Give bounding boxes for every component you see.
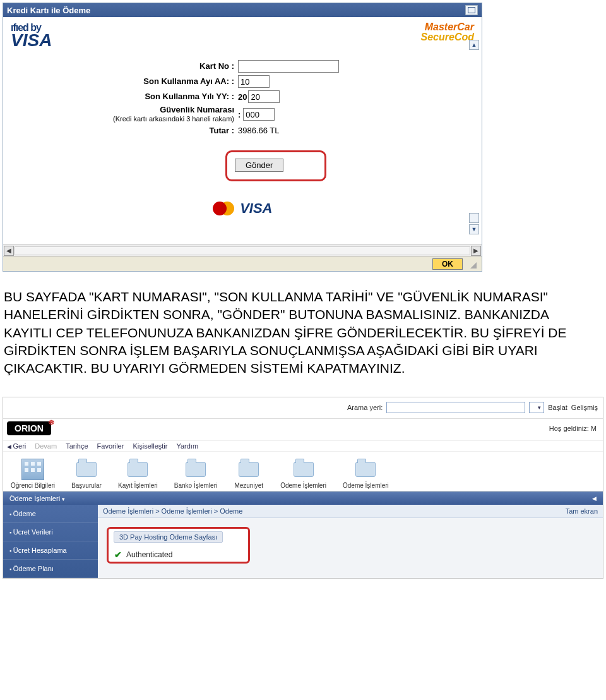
module-label: Kayıt İşlemleri [118, 482, 158, 489]
amount-label: Tutar : [11, 126, 238, 135]
card-brand-logos: VISA [11, 200, 474, 217]
sidebar: Ödeme Ücret Verileri Ücret Hesaplama Öde… [3, 505, 98, 578]
amount-value: 3986.66 TL [238, 126, 280, 135]
submit-button[interactable]: Gönder [235, 159, 283, 172]
content-row: Ödeme Ücret Verileri Ücret Hesaplama Öde… [3, 505, 603, 578]
module-payment-2[interactable]: Ödeme İşlemleri [343, 457, 389, 489]
msc-line1: MasterCar [421, 22, 474, 32]
check-icon: ✔ [114, 550, 122, 559]
exp-year-prefix: 20 [238, 92, 247, 102]
module-label: Başvurular [71, 482, 102, 489]
search-label: Arama yeri: [347, 404, 383, 411]
verified-by-visa-logo: ıfıed by VISA [11, 22, 52, 47]
nav-forward: Devam [35, 442, 57, 450]
start-link[interactable]: Başlat [548, 404, 567, 411]
vbv-line2: VISA [11, 33, 52, 47]
module-toolbar: Öğrenci Bilgileri Başvurular Kayıt İşlem… [3, 451, 603, 492]
resize-grip-icon[interactable] [468, 260, 477, 269]
main-panel: Ödeme İşlemleri > Ödeme İşlemleri > Ödem… [98, 505, 603, 578]
nav-help[interactable]: Yardım [176, 442, 198, 450]
payment-body: ıfıed by VISA MasterCar SecureCod ▲ Kart… [3, 17, 482, 244]
nav-favorites[interactable]: Favoriler [97, 442, 124, 450]
cvv-colon: : [238, 110, 243, 119]
tab-3d-pay[interactable]: 3D Pay Hosting Ödeme Sayfası [114, 531, 223, 543]
side-controls: ▲ [469, 40, 479, 50]
cvv-label: Güvenlik Numarası (Kredi kartı arkasında… [11, 106, 238, 123]
ok-button[interactable]: OK [432, 258, 463, 270]
folder-icon [355, 462, 376, 477]
maximize-icon[interactable] [465, 5, 478, 15]
msc-line2: SecureCod [421, 32, 474, 42]
scroll-left-icon[interactable]: ◀ [4, 246, 14, 256]
welcome-text: Hoş geldiniz: M [549, 425, 597, 432]
sidebar-item-payment[interactable]: Ödeme [3, 505, 98, 523]
orion-nav-menu: Geri Devam Tarihçe Favoriler Kişiselleşt… [3, 440, 603, 451]
nav-history[interactable]: Tarihçe [66, 442, 88, 450]
module-label: Mezuniyet [234, 482, 263, 489]
cvv-label-text: Güvenlik Numarası [160, 105, 234, 114]
visa-icon: VISA [240, 200, 272, 217]
scroll-up-icon[interactable]: ▲ [469, 40, 479, 50]
cvv-input[interactable] [243, 108, 275, 121]
orion-logo: ORION [7, 421, 51, 435]
building-icon [21, 459, 44, 480]
breadcrumb-path[interactable]: Ödeme İşlemleri > Ödeme İşlemleri > Ödem… [103, 507, 242, 515]
mastercard-icon [213, 202, 234, 215]
exp-year-input[interactable] [248, 90, 280, 103]
side-box-icon[interactable] [469, 213, 479, 223]
module-label: Ödeme İşlemleri [280, 482, 326, 489]
breadcrumb: Ödeme İşlemleri > Ödeme İşlemleri > Ödem… [98, 505, 603, 518]
module-graduation[interactable]: Mezuniyet [234, 457, 264, 489]
folder-icon [128, 462, 148, 477]
module-payment-1[interactable]: Ödeme İşlemleri [280, 457, 326, 489]
horizontal-scrollbar[interactable]: ◀ ▶ [3, 244, 482, 256]
search-scope-dropdown[interactable] [529, 402, 544, 413]
fullscreen-link[interactable]: Tam ekran [566, 507, 598, 515]
submit-highlight-box: Gönder [225, 150, 326, 181]
sidebar-item-fee-calc[interactable]: Ücret Hesaplama [3, 541, 98, 560]
brand-row: ıfıed by VISA MasterCar SecureCod [11, 22, 474, 47]
nav-back[interactable]: Geri [7, 442, 26, 450]
module-applications[interactable]: Başvurular [71, 457, 102, 489]
orion-app: Arama yeri: Başlat Gelişmiş ORION Hoş ge… [3, 397, 603, 579]
status-bar: OK [3, 256, 482, 271]
exp-month-label: Son Kullanma Ayı AA: : [11, 77, 238, 86]
sidebar-item-payment-plan[interactable]: Ödeme Planı [3, 560, 98, 578]
highlight-box: 3D Pay Hosting Ödeme Sayfası ✔ Authentic… [107, 527, 250, 564]
card-number-input[interactable] [238, 60, 339, 73]
module-label: Banko İşlemleri [174, 482, 217, 489]
auth-status-row: ✔ Authenticated [114, 550, 223, 559]
window-titlebar: Kredi Kartı ile Ödeme [3, 3, 482, 17]
module-student-info[interactable]: Öğrenci Bilgileri [11, 457, 55, 489]
folder-icon [76, 462, 97, 477]
module-registration[interactable]: Kayıt İşlemleri [118, 457, 158, 489]
instruction-text: BU SAYFADA "KART NUMARASI", "SON KULLANM… [4, 288, 572, 378]
advanced-link[interactable]: Gelişmiş [571, 404, 598, 411]
nav-personalize[interactable]: Kişiselleştir [133, 442, 167, 450]
module-bank[interactable]: Banko İşlemleri [174, 457, 217, 489]
folder-icon [239, 462, 259, 477]
scroll-right-icon[interactable]: ▶ [471, 246, 481, 256]
section-title[interactable]: Ödeme İşlemleri [9, 495, 65, 502]
window-title: Kredi Kartı ile Ödeme [7, 6, 90, 15]
side-controls-2: ▼ [469, 213, 479, 234]
scroll-down-icon[interactable]: ▼ [469, 224, 479, 234]
section-header: Ödeme İşlemleri ◀ [3, 492, 603, 505]
payment-window: Kredi Kartı ile Ödeme ıfıed by VISA Mast… [3, 3, 482, 272]
module-label: Öğrenci Bilgileri [11, 482, 55, 489]
sidebar-item-fee-data[interactable]: Ücret Verileri [3, 523, 98, 541]
payment-form: Kart No : Son Kullanma Ayı AA: : Son Kul… [11, 60, 474, 217]
section-collapse-icon[interactable]: ◀ [592, 495, 597, 502]
inner-panel: 3D Pay Hosting Ödeme Sayfası ✔ Authentic… [98, 518, 603, 577]
scroll-track[interactable] [15, 246, 470, 255]
search-input[interactable] [386, 402, 525, 413]
cvv-sublabel: (Kredi kartı arkasındaki 3 haneli rakam) [11, 114, 234, 123]
orion-topbar: Arama yeri: Başlat Gelişmiş [3, 397, 603, 419]
folder-icon [294, 462, 314, 477]
auth-status-text: Authenticated [126, 550, 172, 559]
cardno-label: Kart No : [11, 62, 238, 71]
module-label: Ödeme İşlemleri [343, 482, 389, 489]
mastercard-securecode-logo: MasterCar SecureCod [421, 22, 474, 42]
exp-month-input[interactable] [238, 75, 270, 88]
folder-icon [186, 462, 206, 477]
